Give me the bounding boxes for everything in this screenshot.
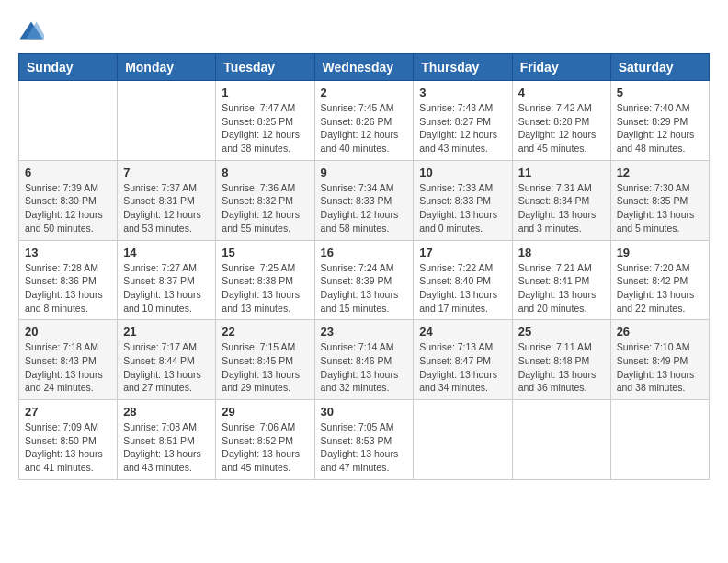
day-info: Sunrise: 7:30 AM Sunset: 8:35 PM Dayligh… <box>617 181 703 236</box>
day-info: Sunrise: 7:15 AM Sunset: 8:45 PM Dayligh… <box>222 340 308 395</box>
header <box>18 18 710 44</box>
day-header-monday: Monday <box>118 54 216 81</box>
calendar-cell: 30Sunrise: 7:05 AM Sunset: 8:53 PM Dayli… <box>314 400 414 480</box>
day-info: Sunrise: 7:11 AM Sunset: 8:48 PM Dayligh… <box>518 340 605 395</box>
day-number: 18 <box>518 246 605 259</box>
calendar-cell: 20Sunrise: 7:18 AM Sunset: 8:43 PM Dayli… <box>19 320 118 400</box>
day-number: 5 <box>617 86 703 99</box>
day-info: Sunrise: 7:45 AM Sunset: 8:26 PM Dayligh… <box>321 101 408 155</box>
day-header-sunday: Sunday <box>19 54 118 81</box>
calendar-cell: 10Sunrise: 7:33 AM Sunset: 8:33 PM Dayli… <box>414 160 512 240</box>
calendar-cell: 27Sunrise: 7:09 AM Sunset: 8:50 PM Dayli… <box>19 400 118 480</box>
day-info: Sunrise: 7:25 AM Sunset: 8:38 PM Dayligh… <box>222 261 308 316</box>
calendar-cell <box>512 400 610 480</box>
day-info: Sunrise: 7:08 AM Sunset: 8:51 PM Dayligh… <box>123 420 210 475</box>
day-number: 22 <box>222 325 308 339</box>
day-info: Sunrise: 7:21 AM Sunset: 8:41 PM Dayligh… <box>518 261 605 316</box>
calendar-cell: 25Sunrise: 7:11 AM Sunset: 8:48 PM Dayli… <box>512 320 610 400</box>
day-info: Sunrise: 7:36 AM Sunset: 8:32 PM Dayligh… <box>222 181 308 236</box>
day-info: Sunrise: 7:27 AM Sunset: 8:37 PM Dayligh… <box>123 261 210 316</box>
day-info: Sunrise: 7:05 AM Sunset: 8:53 PM Dayligh… <box>321 420 408 475</box>
day-number: 30 <box>321 405 408 419</box>
day-info: Sunrise: 7:34 AM Sunset: 8:33 PM Dayligh… <box>321 181 408 236</box>
day-info: Sunrise: 7:14 AM Sunset: 8:46 PM Dayligh… <box>321 340 408 395</box>
day-number: 19 <box>617 246 703 259</box>
calendar-cell: 21Sunrise: 7:17 AM Sunset: 8:44 PM Dayli… <box>118 320 216 400</box>
calendar-cell <box>414 400 512 480</box>
day-number: 4 <box>518 86 605 99</box>
calendar-cell: 28Sunrise: 7:08 AM Sunset: 8:51 PM Dayli… <box>118 400 216 480</box>
day-header-thursday: Thursday <box>414 54 512 81</box>
day-number: 24 <box>419 325 506 339</box>
day-info: Sunrise: 7:47 AM Sunset: 8:25 PM Dayligh… <box>222 101 308 155</box>
day-number: 3 <box>419 86 506 99</box>
day-number: 7 <box>123 166 210 179</box>
day-header-tuesday: Tuesday <box>216 54 314 81</box>
week-row-1: 1Sunrise: 7:47 AM Sunset: 8:25 PM Daylig… <box>19 81 710 161</box>
calendar-cell: 13Sunrise: 7:28 AM Sunset: 8:36 PM Dayli… <box>19 240 118 320</box>
calendar-cell: 23Sunrise: 7:14 AM Sunset: 8:46 PM Dayli… <box>314 320 414 400</box>
day-number: 14 <box>123 246 210 259</box>
day-number: 6 <box>25 166 111 179</box>
calendar-cell <box>19 81 118 161</box>
calendar-cell: 11Sunrise: 7:31 AM Sunset: 8:34 PM Dayli… <box>512 160 610 240</box>
calendar-cell: 2Sunrise: 7:45 AM Sunset: 8:26 PM Daylig… <box>314 81 414 161</box>
calendar-cell <box>118 81 216 161</box>
logo <box>18 18 48 44</box>
day-info: Sunrise: 7:39 AM Sunset: 8:30 PM Dayligh… <box>25 181 111 236</box>
day-info: Sunrise: 7:37 AM Sunset: 8:31 PM Dayligh… <box>123 181 210 236</box>
day-info: Sunrise: 7:28 AM Sunset: 8:36 PM Dayligh… <box>25 261 111 316</box>
day-number: 21 <box>123 325 210 339</box>
day-number: 20 <box>25 325 111 339</box>
day-number: 9 <box>321 166 408 179</box>
day-info: Sunrise: 7:18 AM Sunset: 8:43 PM Dayligh… <box>25 340 111 395</box>
calendar-cell: 3Sunrise: 7:43 AM Sunset: 8:27 PM Daylig… <box>414 81 512 161</box>
day-info: Sunrise: 7:43 AM Sunset: 8:27 PM Dayligh… <box>419 101 506 155</box>
calendar-cell: 15Sunrise: 7:25 AM Sunset: 8:38 PM Dayli… <box>216 240 314 320</box>
day-info: Sunrise: 7:17 AM Sunset: 8:44 PM Dayligh… <box>123 340 210 395</box>
day-number: 8 <box>222 166 308 179</box>
day-number: 10 <box>419 166 506 179</box>
calendar-cell: 29Sunrise: 7:06 AM Sunset: 8:52 PM Dayli… <box>216 400 314 480</box>
calendar-cell: 5Sunrise: 7:40 AM Sunset: 8:29 PM Daylig… <box>610 81 709 161</box>
day-header-friday: Friday <box>512 54 610 81</box>
calendar-cell: 8Sunrise: 7:36 AM Sunset: 8:32 PM Daylig… <box>216 160 314 240</box>
calendar-cell: 1Sunrise: 7:47 AM Sunset: 8:25 PM Daylig… <box>216 81 314 161</box>
day-number: 17 <box>419 246 506 259</box>
day-info: Sunrise: 7:13 AM Sunset: 8:47 PM Dayligh… <box>419 340 506 395</box>
calendar-cell: 14Sunrise: 7:27 AM Sunset: 8:37 PM Dayli… <box>118 240 216 320</box>
day-info: Sunrise: 7:42 AM Sunset: 8:28 PM Dayligh… <box>518 101 605 155</box>
day-info: Sunrise: 7:20 AM Sunset: 8:42 PM Dayligh… <box>617 261 703 316</box>
day-info: Sunrise: 7:09 AM Sunset: 8:50 PM Dayligh… <box>25 420 111 475</box>
calendar-cell: 26Sunrise: 7:10 AM Sunset: 8:49 PM Dayli… <box>610 320 709 400</box>
calendar-cell: 7Sunrise: 7:37 AM Sunset: 8:31 PM Daylig… <box>118 160 216 240</box>
calendar: SundayMondayTuesdayWednesdayThursdayFrid… <box>18 53 710 480</box>
day-number: 28 <box>123 405 210 419</box>
day-number: 29 <box>222 405 308 419</box>
day-header-wednesday: Wednesday <box>314 54 414 81</box>
day-info: Sunrise: 7:33 AM Sunset: 8:33 PM Dayligh… <box>419 181 506 236</box>
day-number: 13 <box>25 246 111 259</box>
day-info: Sunrise: 7:22 AM Sunset: 8:40 PM Dayligh… <box>419 261 506 316</box>
week-row-4: 20Sunrise: 7:18 AM Sunset: 8:43 PM Dayli… <box>19 320 710 400</box>
calendar-cell: 17Sunrise: 7:22 AM Sunset: 8:40 PM Dayli… <box>414 240 512 320</box>
calendar-cell: 18Sunrise: 7:21 AM Sunset: 8:41 PM Dayli… <box>512 240 610 320</box>
day-number: 1 <box>222 86 308 99</box>
day-info: Sunrise: 7:24 AM Sunset: 8:39 PM Dayligh… <box>321 261 408 316</box>
day-info: Sunrise: 7:40 AM Sunset: 8:29 PM Dayligh… <box>617 101 703 155</box>
calendar-cell <box>610 400 709 480</box>
day-info: Sunrise: 7:06 AM Sunset: 8:52 PM Dayligh… <box>222 420 308 475</box>
week-row-2: 6Sunrise: 7:39 AM Sunset: 8:30 PM Daylig… <box>19 160 710 240</box>
calendar-cell: 12Sunrise: 7:30 AM Sunset: 8:35 PM Dayli… <box>610 160 709 240</box>
day-info: Sunrise: 7:31 AM Sunset: 8:34 PM Dayligh… <box>518 181 605 236</box>
day-number: 25 <box>518 325 605 339</box>
logo-icon <box>18 18 44 44</box>
day-number: 15 <box>222 246 308 259</box>
calendar-cell: 22Sunrise: 7:15 AM Sunset: 8:45 PM Dayli… <box>216 320 314 400</box>
calendar-cell: 19Sunrise: 7:20 AM Sunset: 8:42 PM Dayli… <box>610 240 709 320</box>
day-number: 26 <box>617 325 703 339</box>
calendar-cell: 9Sunrise: 7:34 AM Sunset: 8:33 PM Daylig… <box>314 160 414 240</box>
day-info: Sunrise: 7:10 AM Sunset: 8:49 PM Dayligh… <box>617 340 703 395</box>
calendar-cell: 6Sunrise: 7:39 AM Sunset: 8:30 PM Daylig… <box>19 160 118 240</box>
week-row-3: 13Sunrise: 7:28 AM Sunset: 8:36 PM Dayli… <box>19 240 710 320</box>
